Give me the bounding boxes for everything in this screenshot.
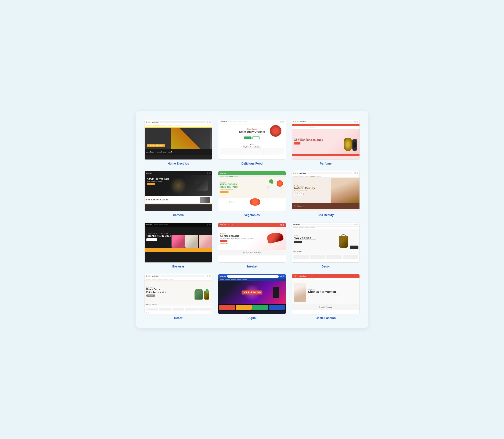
stat-label: Free Shipping All	[147, 152, 154, 153]
rm-logo: unlimited	[152, 275, 159, 277]
cam-union: THE PERFECT UNION	[147, 199, 169, 201]
product-thumb	[310, 255, 325, 259]
min-dot	[295, 276, 296, 277]
ew-title: TRENDING IN 2021	[147, 234, 171, 238]
dot	[229, 201, 230, 203]
spa-hero: The Essence of Natural Beauty A surreal …	[292, 178, 359, 203]
sk-collection-label: Premium Shoe Collection	[243, 252, 261, 254]
dc-hero: NEW Collection NEW Collection Lorem ipsu…	[292, 229, 359, 250]
dc-menu	[292, 227, 359, 229]
card-spa-beauty[interactable]: unlimited The Essence of	[292, 171, 359, 217]
perf-logo: unlimited	[299, 121, 306, 122]
veg-image	[265, 179, 284, 196]
pizza-image	[270, 125, 282, 137]
rm-hero: New Arrivals Room DecorPatio Accessories…	[145, 280, 212, 303]
veg-hero: New Arrival FRESH ORGANICFROM THE FARM L…	[218, 177, 286, 198]
dc-image	[339, 231, 358, 248]
fa-logo: unlimited	[299, 275, 306, 277]
ew-nav: unlimited	[145, 223, 212, 227]
spa-bottom-text: The Essence of	[294, 205, 304, 207]
rm-menu	[145, 278, 212, 280]
plant-image	[206, 289, 209, 293]
nav-item: Home	[228, 224, 231, 226]
nav-bar	[145, 124, 212, 128]
rm-title: Room DecorPatio Accessories	[147, 288, 194, 294]
dc-title: NEW Collection	[294, 236, 339, 239]
card-sneaker[interactable]: unlimited Home Shop Premium Air Max Snea…	[218, 222, 286, 268]
perf-hero: PORTABLE ITEM ORGANIC INGREDIENTS	[292, 129, 359, 154]
dg-category-2	[236, 305, 252, 310]
spa-sub: A surreal experience	[294, 190, 329, 192]
spa-image	[331, 178, 359, 203]
dot	[233, 201, 234, 203]
food-hero: Clean Eating Deliciously Organic Lorem i…	[218, 124, 286, 143]
fa-menu	[292, 278, 359, 280]
nav-item	[160, 125, 166, 126]
perf-bottles	[343, 132, 357, 151]
search-bar	[301, 224, 352, 225]
close-dot	[293, 121, 294, 122]
card-label-home-electrics: Home Electrics	[168, 162, 189, 165]
card-vegetables[interactable]: unlimited New Arrival	[218, 171, 286, 217]
product-thumb	[146, 308, 158, 311]
dot	[253, 144, 254, 145]
preview-decor: unlimited NEW Collection N	[292, 222, 359, 263]
sk-bottom: Premium Shoe Collection	[218, 250, 286, 256]
card-perfume[interactable]: unlimited PORTABLE	[292, 120, 359, 165]
cam-nav: unlimited	[145, 171, 212, 175]
dg-category-1	[219, 305, 235, 310]
sk-title: Air Max Sneakers	[220, 235, 267, 237]
card-digital[interactable]: unlimited SALE UP TO 70%	[218, 274, 286, 320]
dc-btn	[294, 241, 302, 243]
browser-chrome: unlimited	[145, 120, 212, 124]
card-basic-fashion[interactable]: unlimited	[292, 274, 359, 320]
card-room-decor[interactable]: unlimited New Arrivals	[145, 274, 212, 320]
sk-image	[267, 233, 284, 244]
preview-digital: unlimited SALE UP TO 70%	[218, 274, 286, 314]
nav-item	[245, 173, 250, 173]
fa-title: Clothes For Women	[308, 290, 356, 294]
camera-image	[195, 180, 208, 191]
veg-btn	[220, 191, 228, 193]
stat-icon: ☎	[171, 150, 172, 152]
rm-btn: Shop Now	[147, 294, 155, 297]
cam-accent-bar	[145, 204, 212, 204]
nav-item	[239, 173, 244, 173]
preview-room: unlimited New Arrivals	[145, 274, 212, 314]
card-eyewear[interactable]: unlimited ANOTHER COLLECTION TRENDING	[145, 222, 212, 268]
sk-price: Air Max Free	[220, 243, 267, 244]
close-dot	[146, 122, 147, 122]
bag-image	[339, 236, 348, 248]
bokeh-effect	[170, 177, 187, 194]
veg-heading: FRESH ORGANICFROM THE FARM	[220, 183, 265, 188]
veg-text: New Arrival FRESH ORGANICFROM THE FARM L…	[220, 182, 265, 193]
card-label-food: Delicious Food	[241, 162, 262, 165]
dg-nav: unlimited	[218, 274, 286, 279]
spa-nav: unlimited	[292, 171, 359, 175]
nav-item	[228, 173, 233, 173]
max-dot	[149, 276, 150, 277]
stats-bar: ★ Free Shipping All ↺ 14 Days to Change …	[145, 149, 212, 155]
card-label-digital: Digital	[247, 316, 257, 320]
bottle-2	[352, 139, 357, 151]
ew-logo: unlimited	[146, 224, 153, 225]
food-section-title: Why InfintiFood is Delicious	[218, 145, 286, 148]
phone-image	[273, 287, 279, 298]
spa-title: Natural Beauty	[294, 187, 329, 190]
card-decor-bags[interactable]: unlimited NEW Collection N	[292, 222, 359, 268]
max-dot	[297, 121, 298, 122]
product-thumb	[343, 255, 358, 259]
spa-logo: unlimited	[299, 172, 306, 174]
card-label-room: Decor	[174, 316, 183, 320]
product-thumb	[172, 308, 184, 311]
preview-perfume: unlimited PORTABLE	[292, 120, 359, 160]
window-controls	[293, 172, 298, 174]
dg-search	[227, 275, 279, 278]
close-dot	[293, 172, 294, 174]
nav-item	[312, 276, 317, 276]
card-camera[interactable]: unlimited THE PERFECT U	[145, 171, 212, 217]
card-home-electrics[interactable]: unlimited In Stock FROM 1,199	[145, 120, 212, 165]
card-delicious-food[interactable]: unlimited Clean Eating De	[218, 120, 286, 165]
preview-sneaker: unlimited Home Shop Premium Air Max Snea…	[218, 222, 286, 263]
close-dot	[146, 276, 147, 277]
